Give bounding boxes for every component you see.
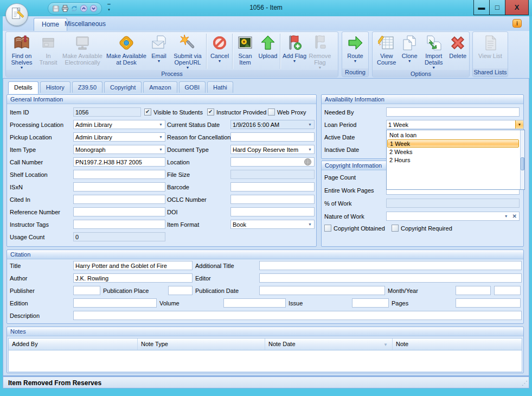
scrollbar-thumb[interactable] xyxy=(521,157,524,170)
clear-icon[interactable]: ✕ xyxy=(510,213,519,219)
call-number-field[interactable] xyxy=(73,157,165,167)
ribbon-group-process: Find on Shelves▼ In Transit Make Availab… xyxy=(5,31,338,77)
clone-button[interactable]: Clone ▼ xyxy=(399,33,420,70)
barcode-field[interactable] xyxy=(230,182,315,191)
copyright-required-checkbox[interactable] xyxy=(392,225,399,232)
tab-gobi[interactable]: GOBI xyxy=(179,81,206,93)
chevron-down-icon: ▼ xyxy=(20,66,24,70)
nature-of-work-combo[interactable]: ▼ ✕ xyxy=(386,212,520,221)
application-menu-button[interactable] xyxy=(5,3,28,26)
reference-number-field[interactable] xyxy=(73,207,165,216)
description-field[interactable] xyxy=(73,311,522,320)
instructor-provided-checkbox[interactable] xyxy=(207,108,214,116)
chevron-down-icon[interactable]: ▼ xyxy=(157,120,165,129)
publisher-field[interactable] xyxy=(73,286,100,295)
group-label-options: Options xyxy=(373,70,469,78)
additional-title-field[interactable] xyxy=(259,261,522,270)
column-note[interactable]: Note xyxy=(393,338,522,350)
route-button[interactable]: Route ▼ xyxy=(343,33,367,68)
issue-field[interactable] xyxy=(352,298,389,308)
minimize-button[interactable]: ▬ xyxy=(473,0,490,15)
help-icon[interactable]: i xyxy=(512,19,522,28)
chevron-down-icon[interactable]: ▼ xyxy=(157,133,165,141)
item-type-combo[interactable]: Monograph▼ xyxy=(73,145,165,154)
resize-grip[interactable]: ⋰ xyxy=(522,380,528,387)
scroll-down-icon[interactable] xyxy=(89,4,98,12)
item-format-combo[interactable]: Book▼ xyxy=(230,220,315,229)
import-details-button[interactable]: Import Details▼ xyxy=(420,33,447,70)
publication-place-field[interactable] xyxy=(168,286,193,295)
tab-history[interactable]: History xyxy=(40,81,70,93)
copyright-obtained-checkbox[interactable] xyxy=(324,225,331,232)
dropdown-item[interactable]: 2 Weeks xyxy=(387,148,519,156)
processing-location-combo[interactable]: Admin Library▼ xyxy=(73,120,165,129)
column-note-type[interactable]: Note Type xyxy=(138,338,265,350)
tab-details[interactable]: Details xyxy=(8,81,39,94)
pickup-location-combo[interactable]: Admin Library▼ xyxy=(73,132,165,142)
close-button[interactable]: X xyxy=(505,0,529,15)
edition-field[interactable] xyxy=(73,298,157,308)
add-flag-button[interactable]: Add Flag ▼ xyxy=(281,33,307,70)
scroll-up-icon[interactable] xyxy=(80,4,88,12)
pages-field[interactable] xyxy=(456,298,521,308)
tab-amazon[interactable]: Amazon xyxy=(143,81,177,93)
column-added-by[interactable]: Added By xyxy=(9,338,138,350)
volume-field[interactable] xyxy=(223,298,286,308)
web-proxy-checkbox[interactable] xyxy=(268,108,275,116)
publication-date-field[interactable] xyxy=(259,286,385,295)
editor-field[interactable] xyxy=(259,273,522,283)
submit-via-openurl-button[interactable]: Submit via OpenURL▼ xyxy=(170,33,206,70)
email-button[interactable]: Email ▼ xyxy=(148,33,170,70)
author-field[interactable] xyxy=(73,273,193,283)
maximize-button[interactable]: □ xyxy=(489,0,505,15)
reason-for-cancellation-field[interactable] xyxy=(230,132,315,142)
view-course-button[interactable]: View Course xyxy=(374,33,399,70)
refresh-icon[interactable] xyxy=(70,5,78,12)
upload-button[interactable]: Upload xyxy=(257,33,279,70)
group-label-routing: Routing xyxy=(342,68,368,76)
pages-label: Pages xyxy=(392,300,408,306)
chevron-down-icon[interactable]: ▼ xyxy=(306,120,314,129)
ribbon-tab-miscellaneous[interactable]: Miscellaneous xyxy=(57,18,113,31)
scan-item-button[interactable]: Scan Item xyxy=(234,33,257,70)
dropdown-item[interactable]: 2 Hours xyxy=(387,156,519,164)
dropdown-item-selected[interactable]: 1 Week xyxy=(387,139,519,148)
chevron-down-icon[interactable]: ▼ xyxy=(515,120,523,129)
current-status-date-combo[interactable]: 1/9/2016 5:00 AM▼ xyxy=(230,120,315,129)
loan-period-combo[interactable]: 1 Week▼ xyxy=(386,120,524,129)
year-field[interactable] xyxy=(494,286,521,295)
chevron-down-icon[interactable]: ▼ xyxy=(157,145,165,154)
dropdown-scrollbar[interactable] xyxy=(520,130,524,189)
doi-field[interactable] xyxy=(230,207,315,216)
route-arrow-icon xyxy=(347,34,364,52)
chevron-down-icon[interactable]: ▼ xyxy=(306,220,314,228)
tab-z3950[interactable]: Z39.50 xyxy=(72,81,102,93)
document-type-combo[interactable]: Hard Copy Reserve Item▼ xyxy=(230,145,315,154)
location-field[interactable] xyxy=(230,157,315,167)
title-field[interactable] xyxy=(73,261,193,270)
email-icon xyxy=(150,34,168,52)
oclc-number-field[interactable] xyxy=(230,195,315,204)
chevron-down-icon[interactable]: ▼ xyxy=(306,145,314,154)
group-label-shared-lists: Shared Lists xyxy=(473,68,508,76)
visible-to-students-checkbox[interactable] xyxy=(144,108,151,116)
save-icon[interactable] xyxy=(52,5,60,12)
instructor-tags-field[interactable] xyxy=(73,220,165,229)
tab-copyright[interactable]: Copyright xyxy=(104,81,142,93)
delete-button[interactable]: Delete xyxy=(447,33,468,70)
cancel-button[interactable]: Cancel ▼ xyxy=(208,33,232,70)
globe-icon[interactable] xyxy=(304,158,312,166)
isxn-field[interactable] xyxy=(73,182,165,191)
cited-in-field[interactable] xyxy=(73,195,165,204)
shelf-location-field[interactable] xyxy=(73,170,165,179)
chevron-down-icon[interactable]: ▼ xyxy=(502,212,510,220)
print-icon[interactable] xyxy=(61,5,69,12)
month-field[interactable] xyxy=(456,286,491,295)
column-note-date[interactable]: Note Date▼ xyxy=(265,338,393,350)
dropdown-item[interactable]: Not a loan xyxy=(387,131,519,139)
qat-customize-icon[interactable]: ▔▾ xyxy=(106,5,112,11)
find-on-shelves-button[interactable]: Find on Shelves▼ xyxy=(7,33,36,70)
make-available-at-desk-button[interactable]: Make Available at Desk xyxy=(105,33,148,70)
tab-hathi[interactable]: Hathi xyxy=(207,81,233,93)
needed-by-field[interactable] xyxy=(386,107,520,117)
